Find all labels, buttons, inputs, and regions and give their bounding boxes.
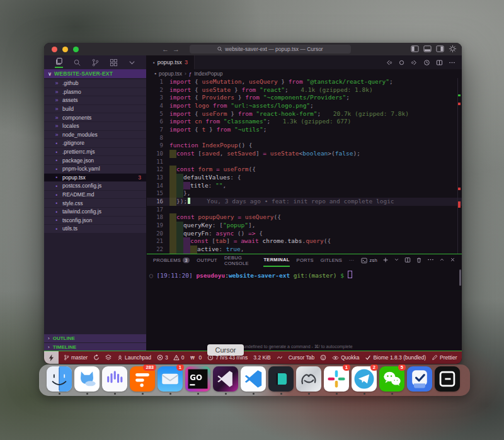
file-item-locales[interactable]: »locales: [44, 122, 146, 130]
status-item-sync[interactable]: [93, 354, 100, 361]
overview-ruler[interactable]: [457, 78, 461, 254]
dock-wechat[interactable]: 5: [379, 364, 404, 395]
code-line-12[interactable]: 12const form = useForm({: [147, 166, 462, 174]
prev-change-icon[interactable]: [386, 59, 392, 66]
terminal-shell-icon[interactable]: zsh: [361, 257, 377, 264]
toggle-primary-sidebar-icon[interactable]: [411, 45, 419, 53]
file-item-.github[interactable]: ».github: [44, 79, 146, 87]
code-line-17[interactable]: 17: [147, 206, 462, 214]
status-item-0[interactable]: ₩0: [190, 354, 202, 361]
code-line-16[interactable]: 16});You, 3 days ago • feat: init repo a…: [147, 198, 462, 206]
status-item-face[interactable]: [320, 354, 326, 361]
breadcrumb-file[interactable]: popup.tsx: [159, 71, 182, 77]
file-item-pnpm-lock.yaml[interactable]: ▪pnpm-lock.yaml: [44, 165, 146, 173]
command-center[interactable]: website-saver-ext — popup.tsx — Cursor: [190, 45, 351, 54]
extensions-icon[interactable]: [110, 58, 118, 67]
file-item-.plasmo[interactable]: ».plasmo: [44, 88, 146, 96]
code-line-9[interactable]: 9function IndexPopup() {: [147, 142, 462, 150]
dock-slack[interactable]: 1: [324, 364, 349, 395]
section-outline[interactable]: ›OUTLINE: [44, 334, 146, 342]
code-line-7[interactable]: 7import { t } from "~utils";: [147, 126, 462, 134]
panel-tab-debug-console[interactable]: DEBUG CONSOLE: [224, 254, 257, 266]
history-nav[interactable]: ←→: [162, 45, 183, 53]
status-item-launchpad[interactable]: Launchpad: [117, 354, 151, 361]
more-icon[interactable]: [427, 256, 434, 264]
dock-inoreader[interactable]: 283: [130, 364, 155, 395]
code-line-4[interactable]: 4import logo from "url:~assets/logo.png"…: [147, 102, 462, 110]
file-item-node_modules[interactable]: »node_modules: [44, 131, 146, 139]
toggle-secondary-sidebar-icon[interactable]: [436, 45, 444, 53]
dock-warp[interactable]: [268, 364, 294, 395]
status-item-master[interactable]: master: [64, 354, 88, 361]
code-line-18[interactable]: 18const popupQuery = useQuery({: [147, 213, 462, 222]
file-item-tsconfig.json[interactable]: ▪tsconfig.json: [44, 217, 146, 225]
code-line-22[interactable]: 22active: true,: [147, 245, 462, 254]
dock-waveform-app[interactable]: [102, 364, 127, 395]
explorer-project-header[interactable]: ∨ WEBSITE-SAVER-EXT: [44, 69, 146, 78]
code-line-11[interactable]: 11: [147, 158, 462, 166]
file-item-utils.ts[interactable]: ▪utils.ts: [44, 225, 146, 233]
plus-icon[interactable]: [382, 257, 389, 264]
close-icon[interactable]: [450, 257, 455, 264]
status-item-biome-1-8-3-bundled-[interactable]: Biome 1.8.3 (bundled): [365, 354, 426, 361]
dock-vscode[interactable]: [241, 364, 266, 395]
code-line-19[interactable]: 19queryKey: ["popup"],: [147, 222, 462, 230]
status-item-quokka[interactable]: Quokka: [332, 354, 359, 361]
breadcrumb-symbol[interactable]: IndexPopup: [194, 71, 222, 77]
panel-tab-problems[interactable]: PROBLEMS3: [153, 254, 190, 266]
file-item-.gitignore[interactable]: ▪.gitignore: [44, 139, 146, 147]
file-item-style.css[interactable]: ▪style.css: [44, 199, 146, 207]
code-line-20[interactable]: 20queryFn: async () => {: [147, 230, 462, 238]
panel-tab-gitlens[interactable]: GITLENS: [321, 254, 342, 266]
back-icon[interactable]: ←: [162, 45, 173, 53]
file-item-postcss.config.js[interactable]: ▪postcss.config.js: [44, 182, 146, 190]
code-area[interactable]: 1import { useMutation, useQuery } from "…: [147, 78, 462, 254]
dock-telegram[interactable]: 2: [352, 364, 377, 395]
next-change-icon[interactable]: [411, 59, 418, 66]
file-item-components[interactable]: »components: [44, 113, 146, 121]
file-item-.prettierrc.mjs[interactable]: ▪.prettierrc.mjs: [44, 148, 146, 156]
file-item-popup.tsx[interactable]: ▪popup.tsx3: [44, 174, 146, 182]
trash-icon[interactable]: [416, 257, 422, 264]
code-line-15[interactable]: 15},: [147, 189, 462, 198]
code-line-21[interactable]: 21const [tab] = await chrome.tabs.query(…: [147, 237, 462, 245]
source-control-icon[interactable]: [91, 58, 100, 67]
code-line-10[interactable]: 10const [saved, setSaved] = useState<boo…: [147, 150, 462, 158]
status-item-3[interactable]: 30: [157, 354, 184, 361]
dock-cursor[interactable]: [213, 364, 238, 395]
chevron-down-icon[interactable]: [394, 257, 399, 264]
code-line-5[interactable]: 5import { useForm } from "react-hook-for…: [147, 110, 462, 118]
status-item-prettier[interactable]: Prettier: [432, 354, 457, 361]
dock-fox-app[interactable]: [74, 364, 100, 395]
panel-tab--[interactable]: ···: [349, 254, 354, 266]
chevron-down-icon[interactable]: [128, 58, 136, 67]
toggle-panel-icon[interactable]: [423, 45, 432, 53]
forward-icon[interactable]: →: [173, 45, 183, 53]
file-item-package.json[interactable]: ▪package.json: [44, 156, 146, 164]
status-item-layers[interactable]: [105, 354, 112, 361]
split-terminal-icon[interactable]: [404, 257, 411, 264]
tab-popup-tsx[interactable]: ▪ popup.tsx 3: [147, 55, 195, 69]
panel-tab-terminal[interactable]: TERMINAL: [263, 254, 289, 267]
collapse-icon[interactable]: [439, 257, 445, 264]
status-item-3-2-kib[interactable]: 3.2 KiB: [253, 354, 270, 361]
dock-arc[interactable]: [296, 364, 321, 395]
code-line-2[interactable]: 2import { useState } from "react"; 4.1k …: [147, 86, 462, 94]
dock-tasks[interactable]: [407, 364, 432, 392]
code-line-1[interactable]: 1import { useMutation, useQuery } from "…: [147, 78, 462, 86]
code-line-8[interactable]: 8: [147, 134, 462, 142]
dock-mail[interactable]: 1: [158, 364, 183, 395]
terminal-scrollbar[interactable]: [459, 269, 461, 286]
run-timer-icon[interactable]: [423, 59, 430, 66]
code-line-14[interactable]: 14title: "",: [147, 182, 462, 190]
open-change-icon[interactable]: [398, 59, 405, 66]
dock-goland[interactable]: GO: [185, 364, 210, 395]
customize-layout-gear-icon[interactable]: [449, 45, 457, 53]
dock-clipped-app[interactable]: [435, 364, 460, 392]
dock-finder[interactable]: [47, 364, 72, 395]
explorer-icon[interactable]: [55, 57, 63, 68]
breadcrumb[interactable]: ▪ popup.tsx › ƒ IndexPopup: [147, 69, 462, 78]
code-line-3[interactable]: 3import { Providers } from "~components/…: [147, 94, 462, 102]
search-icon[interactable]: [73, 58, 81, 67]
status-item-squiggle[interactable]: [277, 354, 283, 361]
